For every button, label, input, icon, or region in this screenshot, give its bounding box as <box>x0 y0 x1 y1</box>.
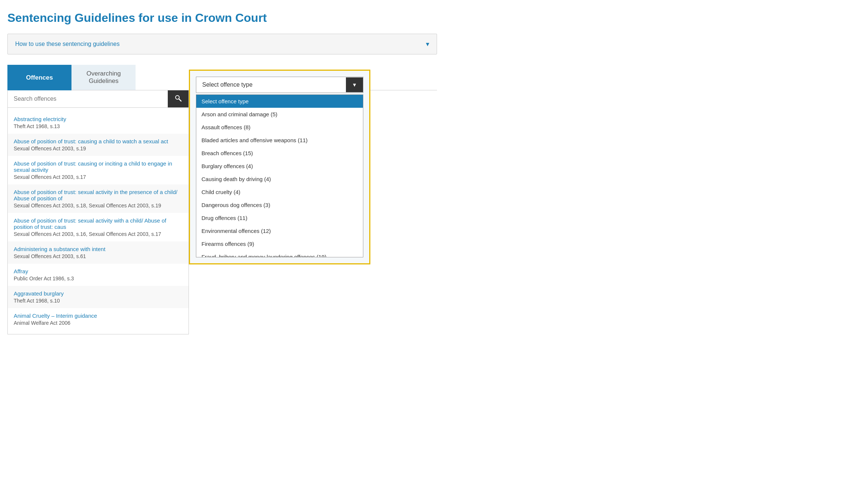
offence-act: Sexual Offences Act 2003, s.61 <box>14 253 183 259</box>
chevron-down-icon: ▾ <box>426 40 429 48</box>
dropdown-option[interactable]: Dangerous dog offences (3) <box>196 198 363 211</box>
list-item[interactable]: Animal Cruelty – Interim guidanceAnimal … <box>8 308 189 330</box>
list-item[interactable]: Abstracting electricityTheft Act 1968, s… <box>8 111 189 134</box>
accordion-header[interactable]: How to use these sentencing guidelines ▾ <box>8 34 437 54</box>
search-row <box>8 90 189 108</box>
list-item[interactable]: Abuse of position of trust: causing or i… <box>8 156 189 184</box>
offence-act: Theft Act 1968, s.10 <box>14 298 183 304</box>
page-title: Sentencing Guidelines for use in Crown C… <box>7 11 437 25</box>
list-item[interactable]: AffrayPublic Order Act 1986, s.3 <box>8 264 189 286</box>
accordion-label: How to use these sentencing guidelines <box>15 41 120 47</box>
dropdown-container: Select offence type ▼ Select offence typ… <box>189 70 370 264</box>
offence-list: Abstracting electricityTheft Act 1968, s… <box>8 108 189 334</box>
offence-act: Theft Act 1968, s.13 <box>14 123 183 129</box>
offence-name[interactable]: Aggravated burglary <box>14 290 183 297</box>
search-button[interactable] <box>168 90 189 107</box>
dropdown-option[interactable]: Arson and criminal damage (5) <box>196 108 363 121</box>
offence-name[interactable]: Animal Cruelty – Interim guidance <box>14 313 183 319</box>
offence-name[interactable]: Affray <box>14 268 183 274</box>
list-item[interactable]: Aggravated burglaryTheft Act 1968, s.10 <box>8 286 189 308</box>
left-panel: Abstracting electricityTheft Act 1968, s… <box>7 90 189 334</box>
dropdown-option[interactable]: Assault offences (8) <box>196 121 363 134</box>
offence-act: Sexual Offences Act 2003, s.19 <box>14 146 183 151</box>
svg-line-1 <box>179 99 181 101</box>
list-item[interactable]: Abuse of position of trust: sexual activ… <box>8 213 189 241</box>
dropdown-option[interactable]: Causing death by driving (4) <box>196 173 363 186</box>
offence-name[interactable]: Abuse of position of trust: sexual activ… <box>14 189 183 201</box>
dropdown-option[interactable]: Environmental offences (12) <box>196 224 363 237</box>
offence-act: Animal Welfare Act 2006 <box>14 320 183 326</box>
offence-name[interactable]: Abuse of position of trust: sexual activ… <box>14 217 183 230</box>
offence-act: Sexual Offences Act 2003, s.16, Sexual O… <box>14 231 183 237</box>
dropdown-option[interactable]: Drug offences (11) <box>196 211 363 224</box>
offence-act: Sexual Offences Act 2003, s.17 <box>14 174 183 180</box>
list-item[interactable]: Abuse of position of trust: sexual activ… <box>8 184 189 213</box>
tab-overarching[interactable]: Overarching Guidelines <box>71 65 136 90</box>
list-item[interactable]: Administering a substance with intentSex… <box>8 241 189 264</box>
offence-act: Public Order Act 1986, s.3 <box>14 276 183 281</box>
offence-name[interactable]: Abstracting electricity <box>14 116 183 122</box>
dropdown-selected-text: Select offence type <box>196 77 346 93</box>
dropdown-option[interactable]: Child cruelty (4) <box>196 186 363 198</box>
offence-name[interactable]: Abuse of position of trust: causing a ch… <box>14 138 183 144</box>
dropdown-option[interactable]: Bladed articles and offensive weapons (1… <box>196 134 363 147</box>
offence-name[interactable]: Administering a substance with intent <box>14 246 183 252</box>
dropdown-option[interactable]: Select offence type <box>196 95 363 108</box>
tabs-container: Offences Overarching Guidelines <box>7 65 136 90</box>
chevron-down-icon: ▼ <box>346 77 363 92</box>
dropdown-option[interactable]: Fraud, bribery and money laundering offe… <box>196 250 363 257</box>
accordion[interactable]: How to use these sentencing guidelines ▾ <box>7 34 437 54</box>
dropdown-option[interactable]: Burglary offences (4) <box>196 160 363 173</box>
search-input[interactable] <box>8 90 168 107</box>
tab-offences[interactable]: Offences <box>7 65 71 90</box>
offence-act: Sexual Offences Act 2003, s.18, Sexual O… <box>14 203 183 208</box>
search-icon <box>174 94 182 102</box>
dropdown-option[interactable]: Firearms offences (9) <box>196 237 363 250</box>
dropdown-list[interactable]: Select offence typeArson and criminal da… <box>196 94 363 257</box>
offence-name[interactable]: Abuse of position of trust: causing or i… <box>14 160 183 173</box>
dropdown-header[interactable]: Select offence type ▼ <box>196 77 363 93</box>
dropdown-option[interactable]: Breach offences (15) <box>196 147 363 160</box>
list-item[interactable]: Abuse of position of trust: causing a ch… <box>8 134 189 156</box>
